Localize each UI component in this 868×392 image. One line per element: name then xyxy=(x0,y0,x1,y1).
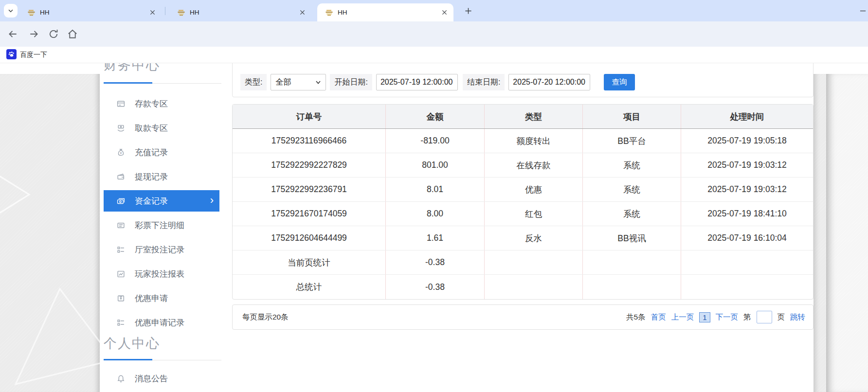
browser-toolbar: mgm1065.com/hhcp/usercenter.html?iniType… xyxy=(0,21,868,47)
refresh-button[interactable] xyxy=(48,29,59,39)
cell-order-no: 1752922992227829 xyxy=(233,153,386,177)
page-right-decor xyxy=(814,74,826,392)
cell-order-no: 总统计 xyxy=(233,275,386,299)
cell-order-no: 当前页统计 xyxy=(233,250,386,274)
cell-amount: -819.00 xyxy=(386,129,485,153)
cell-type: 反水 xyxy=(485,226,583,250)
sidebar-item-label: 资金记录 xyxy=(135,196,168,207)
home-icon xyxy=(67,29,78,39)
sidebar-item-资金记录[interactable]: 资金记录› xyxy=(104,190,219,212)
tab-2[interactable]: HH xyxy=(169,3,311,21)
ticket-list-icon xyxy=(117,221,125,230)
sidebar-item-玩家投注报表[interactable]: 玩家投注报表 xyxy=(104,263,219,285)
close-icon xyxy=(150,10,155,15)
sidebar-item-彩票下注明细[interactable]: 彩票下注明细 xyxy=(104,214,219,236)
column-header-project: 项目 xyxy=(583,105,681,128)
banknotes-icon xyxy=(117,197,125,205)
sidebar-item-提现记录[interactable]: 提现记录 xyxy=(104,166,219,187)
sidebar-menu-finance: 存款专区取款专区¥充值记录提现记录资金记录›彩票下注明细厅室投注记录玩家投注报表… xyxy=(104,93,219,336)
back-button[interactable] xyxy=(7,29,18,39)
table-header-row: 订单号金额类型项目处理时间 xyxy=(233,105,813,129)
back-arrow-icon xyxy=(7,29,18,39)
type-select[interactable]: 全部 xyxy=(271,74,326,90)
sidebar-item-取款专区[interactable]: 取款专区 xyxy=(104,117,219,139)
pagination-bar: 每页显示20条 共5条 首页 上一页 1 下一页 第 页 跳转 xyxy=(232,304,814,330)
site-favicon xyxy=(27,9,36,16)
column-header-amount: 金额 xyxy=(386,105,485,128)
type-select-value: 全部 xyxy=(275,77,291,88)
chart-box-icon xyxy=(117,270,125,278)
end-date-input[interactable] xyxy=(508,74,590,90)
forward-button[interactable] xyxy=(29,29,39,39)
tab-title: HH xyxy=(190,9,298,16)
sidebar-item-存款专区[interactable]: 存款专区 xyxy=(104,93,219,114)
sidebar-menu-personal: 消息公告 xyxy=(104,368,219,392)
sidebar-item-充值记录[interactable]: ¥充值记录 xyxy=(104,142,219,163)
cell-amount: 1.61 xyxy=(386,226,485,250)
home-button[interactable] xyxy=(67,29,78,39)
sidebar-item-优惠申请[interactable]: 优惠申请 xyxy=(104,287,219,309)
sidebar-item-label: 优惠申请记录 xyxy=(135,317,184,328)
tab-close-button[interactable] xyxy=(148,8,157,17)
jump-label-after: 页 xyxy=(778,312,785,322)
cell-type: 优惠 xyxy=(485,178,583,201)
start-date-input[interactable] xyxy=(376,74,458,90)
jump-page-input[interactable] xyxy=(757,311,772,323)
table-row: 17529216701740598.00红包系统2025-07-19 18:41… xyxy=(233,202,813,226)
cell-project: 系统 xyxy=(583,202,681,226)
start-date-label: 开始日期: xyxy=(330,74,372,90)
tab-strip: HH HH HH xyxy=(0,0,868,21)
paw-icon xyxy=(8,51,15,58)
tab-1[interactable]: HH xyxy=(19,3,162,21)
forward-arrow-icon xyxy=(29,29,39,39)
cell-type: 额度转出 xyxy=(485,129,583,153)
sidebar-item-消息公告[interactable]: 消息公告 xyxy=(104,368,219,389)
summary-row: 当前页统计-0.38 xyxy=(233,250,813,275)
right-background-band xyxy=(826,74,868,392)
list-squares-icon xyxy=(117,246,125,254)
tab-close-button[interactable] xyxy=(440,8,449,17)
cell-project: 系统 xyxy=(583,153,681,177)
new-tab-button[interactable] xyxy=(462,5,474,17)
first-page-link[interactable]: 首页 xyxy=(651,312,666,322)
chevron-right-icon: › xyxy=(210,194,214,207)
sidebar-item-厅室投注记录[interactable]: 厅室投注记录 xyxy=(104,239,219,260)
tab-close-button[interactable] xyxy=(298,8,307,17)
search-button[interactable]: 查询 xyxy=(604,74,635,90)
sidebar-item-label: 消息公告 xyxy=(135,373,168,384)
sidebar-item-优惠申请记录[interactable]: 优惠申请记录 xyxy=(104,312,219,333)
tab-search-button[interactable] xyxy=(4,4,18,18)
jump-label-before: 第 xyxy=(743,312,751,322)
baidu-bookmark-icon xyxy=(6,49,17,59)
prev-page-link[interactable]: 上一页 xyxy=(671,312,694,322)
wallet-cards-icon xyxy=(117,173,125,181)
close-icon xyxy=(442,10,447,15)
svg-text:¥: ¥ xyxy=(120,151,122,155)
cell-amount: 8.01 xyxy=(386,178,485,201)
cell-process-time: 2025-07-19 18:41:10 xyxy=(681,202,813,226)
window-minimize-button[interactable] xyxy=(857,5,868,17)
tab-3-active[interactable]: HH xyxy=(317,3,453,21)
sidebar-item-label: 取款专区 xyxy=(135,123,168,134)
column-header-type: 类型 xyxy=(485,105,583,128)
bookmark-baidu[interactable]: 百度一下 xyxy=(20,51,47,59)
web-page: 财务中心 存款专区取款专区¥充值记录提现记录资金记录›彩票下注明细厅室投注记录玩… xyxy=(0,63,868,392)
table-row: 1752922992227829801.00在线存款系统2025-07-19 1… xyxy=(233,153,813,178)
site-favicon xyxy=(177,9,185,16)
cell-process-time: 2025-07-19 16:10:04 xyxy=(681,226,813,250)
column-header-order-no: 订单号 xyxy=(233,105,386,128)
cell-type: 红包 xyxy=(485,202,583,226)
jump-button[interactable]: 跳转 xyxy=(790,312,805,322)
table-row: 17529126046444991.61反水BB视讯2025-07-19 16:… xyxy=(233,226,813,250)
deposit-card-icon xyxy=(117,100,125,108)
minimize-icon xyxy=(859,7,867,15)
next-page-link[interactable]: 下一页 xyxy=(716,312,739,322)
table-row: 1752923116966466-819.00额度转出BB平台2025-07-1… xyxy=(233,129,813,153)
table-row: 17529229922367918.01优惠系统2025-07-19 19:03… xyxy=(233,178,813,202)
filter-panel: 类型: 全部 开始日期: 结束日期: 查询 xyxy=(232,63,814,97)
cell-order-no: 1752923116966466 xyxy=(233,129,386,153)
current-page-indicator: 1 xyxy=(699,312,710,322)
sidebar-section-title-finance: 财务中心 xyxy=(104,63,160,74)
section-accent-bar xyxy=(104,82,152,84)
triangle-watermark xyxy=(14,287,116,392)
